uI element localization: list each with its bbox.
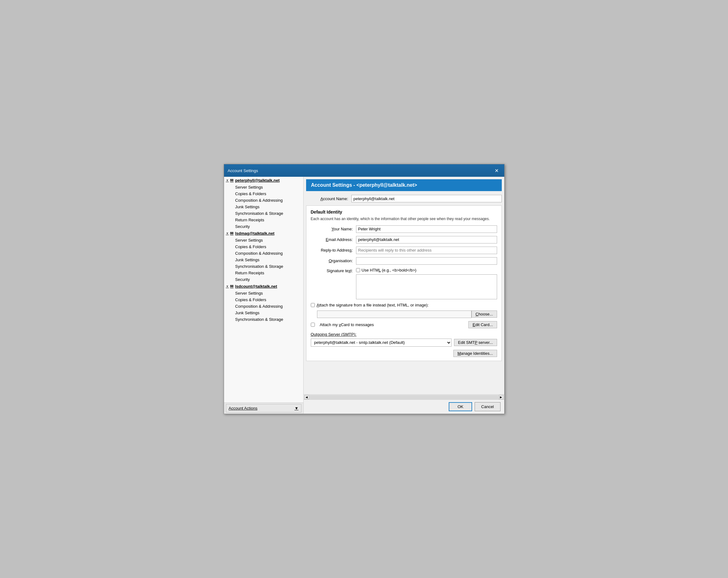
edit-smtp-button[interactable]: Edit SMTP server... xyxy=(454,339,497,346)
sidebar-item-server-settings-3[interactable]: Server Settings xyxy=(224,290,303,297)
scroll-left-button[interactable]: ◀ xyxy=(304,395,309,400)
attach-sig-file-row: Choose... xyxy=(317,310,497,318)
outgoing-smtp-section: Outgoing Server (SMTP): peterphyll@talkt… xyxy=(311,332,497,347)
sig-html-row: Use HTML (e.g., <b>bold</b>) xyxy=(356,268,497,273)
sidebar-item-composition-addressing-2[interactable]: Composition & Addressing xyxy=(224,250,303,256)
account-item-peterphyll[interactable]: ▼ ✉ peterphyll@talktalk.net xyxy=(224,177,303,184)
signature-row: Signature text: Use HTML (e.g., <b>bold<… xyxy=(311,268,497,300)
signature-right: Use HTML (e.g., <b>bold</b>) xyxy=(356,268,497,300)
attach-sig-file-input[interactable] xyxy=(317,310,471,318)
content-area: Account Settings - <peterphyll@talktalk.… xyxy=(304,177,504,414)
account-item-lsdcount[interactable]: ▼ ✉ lsdcount@talktalk.net xyxy=(224,283,303,290)
attach-sig-label: Attach the signature from a file instead… xyxy=(317,303,429,307)
manage-identities-button[interactable]: Manage Identities... xyxy=(453,350,497,357)
organisation-label: Organisation: xyxy=(311,258,356,263)
default-identity-desc: Each account has an identity, which is t… xyxy=(311,216,497,222)
sidebar-item-composition-addressing-1[interactable]: Composition & Addressing xyxy=(224,197,303,203)
more-identities-row: Manage Identities... xyxy=(311,350,497,357)
sidebar-item-return-receipts-1[interactable]: Return Receipts xyxy=(224,217,303,223)
sidebar: ▼ ✉ peterphyll@talktalk.net Server Setti… xyxy=(224,177,304,414)
mail-icon-1: ✉ xyxy=(230,178,233,183)
account-name-input[interactable] xyxy=(352,195,502,202)
vcard-row: Attach my vCard to messages Edit Card... xyxy=(311,321,497,328)
mail-icon-3: ✉ xyxy=(230,284,233,289)
collapse-arrow-2: ▼ xyxy=(226,231,229,235)
outgoing-smtp-label: Outgoing Server (SMTP): xyxy=(311,332,497,337)
content-header: Account Settings - <peterphyll@talktalk.… xyxy=(306,179,502,191)
window-title: Account Settings xyxy=(228,168,258,173)
cancel-button[interactable]: Cancel xyxy=(475,402,500,411)
signature-textarea[interactable] xyxy=(356,274,497,299)
mail-icon-2: ✉ xyxy=(230,231,233,236)
account-settings-window: Account Settings ✕ ▼ ✉ peterphyll@talkta… xyxy=(224,164,504,414)
title-bar: Account Settings ✕ xyxy=(224,164,504,177)
sidebar-item-synchronisation-storage-3[interactable]: Synchronisation & Storage xyxy=(224,316,303,323)
edit-card-button[interactable]: Edit Card... xyxy=(468,321,497,328)
your-name-row: Your Name: xyxy=(311,225,497,233)
window-body: ▼ ✉ peterphyll@talktalk.net Server Setti… xyxy=(224,177,504,414)
smtp-row: peterphyll@talktalk.net - smtp.talktalk.… xyxy=(311,338,497,347)
sidebar-item-junk-settings-2[interactable]: Junk Settings xyxy=(224,256,303,263)
sidebar-item-synchronisation-storage-2[interactable]: Synchronisation & Storage xyxy=(224,263,303,270)
attach-sig-right: Attach the signature from a file instead… xyxy=(317,303,497,307)
sidebar-item-return-receipts-2[interactable]: Return Receipts xyxy=(224,270,303,276)
collapse-arrow-3: ▼ xyxy=(226,285,229,288)
content-scroll: Account Name: Default Identity Each acco… xyxy=(304,191,504,394)
sidebar-item-copies-folders-3[interactable]: Copies & Folders xyxy=(224,297,303,303)
account-actions-label: Account Actions xyxy=(229,406,258,411)
account-actions-button[interactable]: Account Actions ▼ xyxy=(226,404,302,412)
dialog-buttons: OK Cancel xyxy=(304,400,504,414)
sidebar-item-synchronisation-storage-1[interactable]: Synchronisation & Storage xyxy=(224,210,303,217)
account-name-label: Account Name: xyxy=(306,196,352,201)
smtp-select[interactable]: peterphyll@talktalk.net - smtp.talktalk.… xyxy=(311,338,451,347)
account-item-lsdmag[interactable]: ▼ ✉ lsdmag@talktalk.net xyxy=(224,230,303,237)
account-name-row: Account Name: xyxy=(306,195,502,202)
your-name-input[interactable] xyxy=(356,225,497,233)
dropdown-arrow-icon: ▼ xyxy=(294,406,298,411)
reply-to-input[interactable] xyxy=(356,247,497,254)
account-email-2: lsdmag@talktalk.net xyxy=(235,231,274,236)
sidebar-item-server-settings-1[interactable]: Server Settings xyxy=(224,184,303,191)
attach-sig-row: Attach the signature from a file instead… xyxy=(311,303,497,307)
use-html-label: Use HTML (e.g., <b>bold</b>) xyxy=(362,268,417,273)
your-name-label: Your Name: xyxy=(311,227,356,231)
signature-label: Signature text: xyxy=(311,268,356,273)
scroll-right-button[interactable]: ▶ xyxy=(499,395,504,400)
email-address-row: Email Address: xyxy=(311,236,497,244)
reply-to-label: Reply-to Address: xyxy=(311,248,356,252)
email-address-label: Email Address: xyxy=(311,237,356,242)
sidebar-item-copies-folders-1[interactable]: Copies & Folders xyxy=(224,191,303,197)
sidebar-item-security-2[interactable]: Security xyxy=(224,276,303,283)
choose-button[interactable]: Choose... xyxy=(471,310,497,318)
attach-sig-checkbox[interactable] xyxy=(311,303,315,307)
use-html-checkbox[interactable] xyxy=(356,268,360,272)
sidebar-item-composition-addressing-3[interactable]: Composition & Addressing xyxy=(224,303,303,309)
default-identity-title: Default Identity xyxy=(311,210,497,215)
ok-button[interactable]: OK xyxy=(449,402,472,411)
sidebar-item-junk-settings-1[interactable]: Junk Settings xyxy=(224,203,303,210)
account-email-1: peterphyll@talktalk.net xyxy=(235,178,280,183)
reply-to-row: Reply-to Address: xyxy=(311,247,497,254)
horizontal-scrollbar: ◀ ▶ xyxy=(304,394,504,400)
attach-vcard-checkbox[interactable] xyxy=(311,323,315,327)
sidebar-footer: Account Actions ▼ xyxy=(224,403,303,414)
scroll-track xyxy=(310,395,498,400)
sidebar-item-junk-settings-3[interactable]: Junk Settings xyxy=(224,309,303,316)
sidebar-item-copies-folders-2[interactable]: Copies & Folders xyxy=(224,244,303,250)
organisation-input[interactable] xyxy=(356,257,497,265)
sidebar-item-server-settings-2[interactable]: Server Settings xyxy=(224,237,303,244)
collapse-arrow-1: ▼ xyxy=(226,178,229,182)
sidebar-tree: ▼ ✉ peterphyll@talktalk.net Server Setti… xyxy=(224,177,303,403)
attach-vcard-label: Attach my vCard to messages xyxy=(320,322,374,327)
sidebar-item-security-1[interactable]: Security xyxy=(224,223,303,230)
organisation-row: Organisation: xyxy=(311,257,497,265)
account-email-3: lsdcount@talktalk.net xyxy=(235,284,277,289)
email-address-input[interactable] xyxy=(356,236,497,244)
default-identity-section: Default Identity Each account has an ide… xyxy=(306,205,502,361)
close-button[interactable]: ✕ xyxy=(493,167,500,174)
